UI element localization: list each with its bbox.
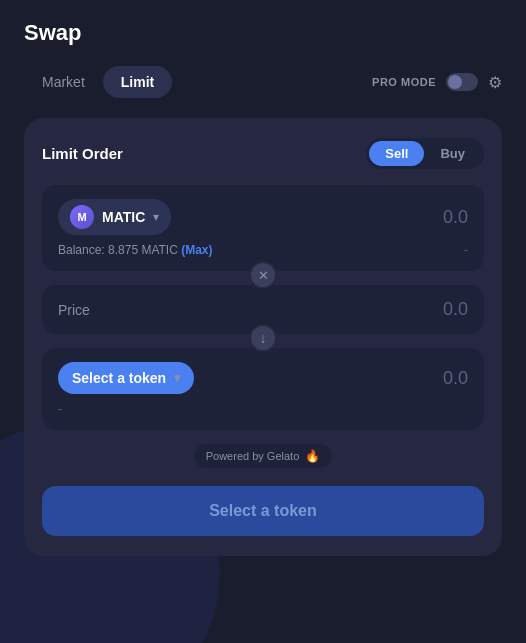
price-box-inner: Price 0.0 — [58, 299, 468, 320]
chevron-down-icon: ▾ — [153, 210, 159, 224]
balance-row: Balance: 8.875 MATIC (Max) - — [58, 243, 468, 257]
to-token-dash: - — [58, 402, 468, 416]
pro-mode-label: PRO MODE — [372, 76, 436, 88]
price-label: Price — [58, 302, 90, 318]
from-token-name: MATIC — [102, 209, 145, 225]
from-token-box: M MATIC ▾ 0.0 Balance: 8.875 MATIC (Max)… — [42, 185, 484, 271]
tab-market[interactable]: Market — [24, 66, 103, 98]
to-token-amount: 0.0 — [443, 368, 468, 389]
token-box-top: M MATIC ▾ 0.0 — [58, 199, 468, 235]
toggle-thumb — [448, 75, 462, 89]
balance-dash: - — [464, 243, 468, 257]
select-token-label: Select a token — [72, 370, 166, 386]
balance-text: Balance: 8.875 MATIC (Max) — [58, 243, 213, 257]
to-token-box: Select a token ▾ 0.0 - — [42, 348, 484, 430]
select-token-chevron-icon: ▾ — [174, 371, 180, 385]
buy-button[interactable]: Buy — [424, 141, 481, 166]
matic-icon: M — [70, 205, 94, 229]
from-token-amount: 0.0 — [443, 207, 468, 228]
sell-buy-toggle: Sell Buy — [366, 138, 484, 169]
main-select-token-button[interactable]: Select a token — [42, 486, 484, 536]
arrow-row: ↓ — [42, 324, 484, 352]
swap-x-button[interactable]: ✕ — [249, 261, 277, 289]
price-amount: 0.0 — [443, 299, 468, 320]
divider-row: ✕ — [42, 261, 484, 289]
sell-button[interactable]: Sell — [369, 141, 424, 166]
from-token-selector[interactable]: M MATIC ▾ — [58, 199, 171, 235]
page-title: Swap — [24, 20, 502, 46]
powered-by-badge: Powered by Gelato 🔥 — [194, 444, 333, 468]
powered-by-row: Powered by Gelato 🔥 — [42, 444, 484, 468]
select-token-button[interactable]: Select a token ▾ — [58, 362, 194, 394]
arrow-down-icon: ↓ — [260, 330, 267, 346]
powered-by-text: Powered by Gelato — [206, 450, 300, 462]
gelato-fire-icon: 🔥 — [305, 449, 320, 463]
arrow-down-button[interactable]: ↓ — [249, 324, 277, 352]
tab-row: Market Limit PRO MODE ⚙ — [24, 66, 502, 98]
main-card: Limit Order Sell Buy M MATIC ▾ 0.0 — [24, 118, 502, 556]
tab-limit[interactable]: Limit — [103, 66, 172, 98]
limit-order-label: Limit Order — [42, 145, 123, 162]
pro-mode-area: PRO MODE ⚙ — [372, 73, 502, 92]
max-link[interactable]: (Max) — [181, 243, 212, 257]
pro-mode-toggle[interactable] — [446, 73, 478, 91]
gear-icon[interactable]: ⚙ — [488, 73, 502, 92]
select-token-row: Select a token ▾ 0.0 — [58, 362, 468, 394]
card-header: Limit Order Sell Buy — [42, 138, 484, 169]
